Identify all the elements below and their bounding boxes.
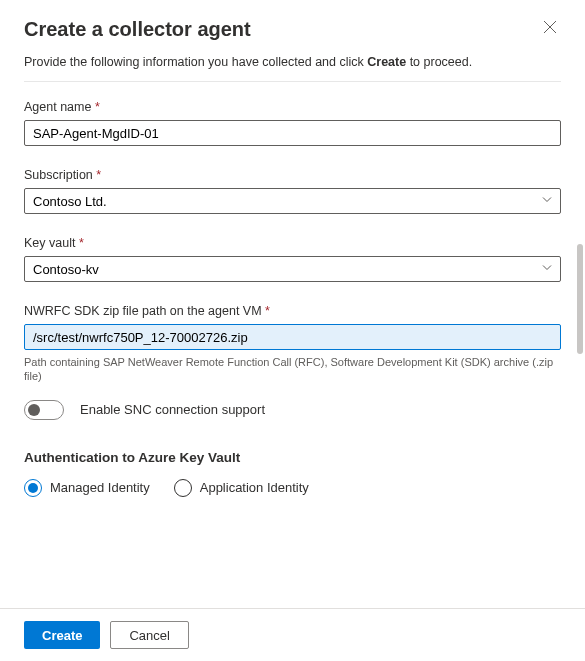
- agent-name-label: Agent name *: [24, 100, 561, 114]
- cancel-button[interactable]: Cancel: [110, 621, 188, 649]
- radio-application-identity[interactable]: Application Identity: [174, 479, 309, 497]
- key-vault-label: Key vault *: [24, 236, 561, 250]
- create-button[interactable]: Create: [24, 621, 100, 649]
- radio-circle-icon: [24, 479, 42, 497]
- subscription-label: Subscription *: [24, 168, 561, 182]
- sdk-path-input[interactable]: [24, 324, 561, 350]
- radio-label: Managed Identity: [50, 480, 150, 495]
- subscription-select[interactable]: Contoso Ltd.: [24, 188, 561, 214]
- dialog-title: Create a collector agent: [24, 18, 251, 41]
- radio-label: Application Identity: [200, 480, 309, 495]
- auth-section-title: Authentication to Azure Key Vault: [24, 450, 561, 465]
- radio-circle-icon: [174, 479, 192, 497]
- key-vault-select[interactable]: Contoso-kv: [24, 256, 561, 282]
- radio-managed-identity[interactable]: Managed Identity: [24, 479, 150, 497]
- scrollbar[interactable]: [575, 64, 585, 594]
- sdk-path-helper: Path containing SAP NetWeaver Remote Fun…: [24, 355, 561, 384]
- close-icon[interactable]: [539, 18, 561, 39]
- divider: [24, 81, 561, 82]
- scroll-thumb[interactable]: [577, 244, 583, 354]
- snc-toggle[interactable]: [24, 400, 64, 420]
- intro-text: Provide the following information you ha…: [24, 55, 561, 69]
- sdk-path-label: NWRFC SDK zip file path on the agent VM …: [24, 304, 561, 318]
- snc-toggle-label: Enable SNC connection support: [80, 402, 265, 417]
- agent-name-input[interactable]: [24, 120, 561, 146]
- toggle-knob: [28, 404, 40, 416]
